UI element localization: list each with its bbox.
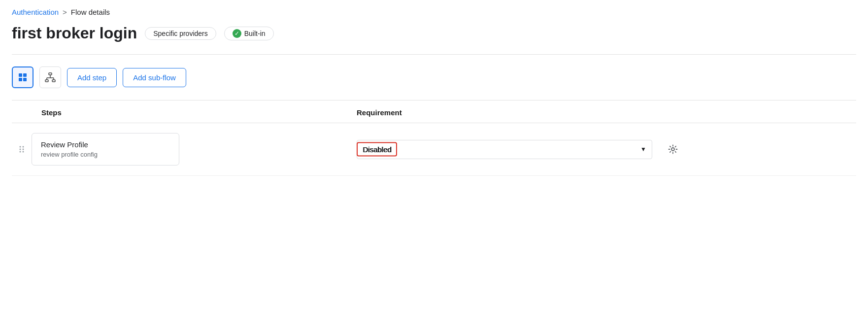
view-grid-button[interactable] bbox=[12, 66, 33, 88]
svg-point-17 bbox=[671, 148, 674, 151]
svg-rect-1 bbox=[23, 73, 27, 77]
step-sub: review profile config bbox=[41, 151, 170, 158]
svg-point-12 bbox=[23, 146, 24, 148]
svg-rect-4 bbox=[49, 73, 52, 75]
step-name: Review Profile bbox=[41, 140, 170, 149]
breadcrumb-current: Flow details bbox=[71, 8, 110, 16]
settings-gear-button[interactable] bbox=[664, 140, 682, 158]
table-header: Steps Requirement bbox=[12, 100, 856, 123]
page-title: first broker login bbox=[12, 24, 137, 42]
breadcrumb-authentication-link[interactable]: Authentication bbox=[12, 8, 59, 16]
svg-rect-5 bbox=[45, 80, 48, 82]
col-steps-header: Steps bbox=[12, 108, 357, 117]
svg-point-11 bbox=[20, 146, 21, 148]
view-diagram-button[interactable] bbox=[39, 66, 61, 88]
svg-rect-0 bbox=[19, 73, 22, 77]
specific-providers-label: Specific providers bbox=[153, 30, 208, 37]
drag-handle[interactable] bbox=[12, 145, 32, 154]
svg-point-15 bbox=[20, 151, 21, 153]
check-icon: ✓ bbox=[233, 29, 241, 38]
col-requirement-header: Requirement bbox=[357, 108, 856, 117]
svg-rect-6 bbox=[52, 80, 55, 82]
step-card: Review Profile review profile config bbox=[32, 133, 179, 165]
page-title-area: first broker login Specific providers ✓ … bbox=[12, 24, 856, 42]
svg-rect-2 bbox=[19, 78, 22, 81]
svg-rect-3 bbox=[23, 78, 27, 81]
title-divider bbox=[12, 54, 856, 55]
svg-point-16 bbox=[23, 151, 24, 153]
svg-point-13 bbox=[20, 149, 21, 150]
breadcrumb-separator: > bbox=[63, 8, 67, 16]
add-sub-flow-button[interactable]: Add sub-flow bbox=[123, 68, 186, 87]
add-step-button[interactable]: Add step bbox=[67, 68, 117, 87]
table-row: Review Profile review profile config Dis… bbox=[12, 123, 856, 176]
built-in-label: Built-in bbox=[244, 30, 266, 37]
requirement-select[interactable]: Disabled Required Alternative Conditiona… bbox=[357, 140, 652, 159]
requirement-cell: Disabled Required Alternative Conditiona… bbox=[357, 140, 856, 159]
breadcrumb: Authentication > Flow details bbox=[12, 8, 856, 16]
requirement-select-wrapper: Disabled Required Alternative Conditiona… bbox=[357, 140, 652, 159]
toolbar: Add step Add sub-flow bbox=[12, 66, 856, 88]
specific-providers-tag[interactable]: Specific providers bbox=[145, 27, 216, 40]
svg-point-14 bbox=[23, 149, 24, 150]
built-in-tag[interactable]: ✓ Built-in bbox=[224, 27, 274, 40]
